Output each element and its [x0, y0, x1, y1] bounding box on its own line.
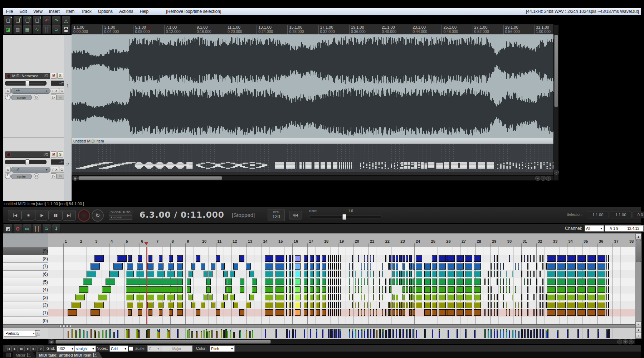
midi-note[interactable] — [240, 286, 244, 293]
midi-note[interactable] — [330, 263, 331, 270]
midi-note[interactable] — [402, 263, 405, 270]
zoom-out-icon[interactable]: − — [554, 170, 559, 175]
midi-note[interactable] — [606, 263, 607, 270]
midi-note[interactable] — [204, 294, 208, 300]
lock-icon[interactable] — [62, 25, 70, 34]
midi-note[interactable] — [328, 302, 329, 308]
midi-note[interactable] — [577, 271, 586, 277]
midi-note[interactable] — [177, 255, 183, 262]
midi-note[interactable] — [413, 294, 415, 300]
midi-note[interactable] — [328, 309, 329, 316]
midi-note[interactable] — [370, 309, 371, 316]
midi-note[interactable] — [94, 255, 104, 262]
midi-note[interactable] — [361, 271, 362, 277]
velocity-bar[interactable] — [223, 330, 225, 338]
midi-note[interactable] — [367, 279, 368, 285]
midi-note[interactable] — [352, 255, 353, 262]
midi-note[interactable] — [389, 255, 392, 262]
midi-note[interactable] — [409, 286, 412, 293]
repeat-button[interactable]: ↻ — [37, 345, 44, 352]
midi-note[interactable] — [465, 286, 472, 293]
midi-note[interactable] — [416, 302, 422, 308]
midi-note[interactable] — [448, 286, 455, 293]
velocity-bar[interactable] — [209, 331, 210, 338]
velocity-bar[interactable] — [159, 332, 160, 338]
midi-note[interactable] — [349, 263, 350, 270]
midi-note[interactable] — [289, 309, 291, 316]
midi-note[interactable] — [587, 255, 596, 262]
midi-note[interactable] — [340, 263, 341, 270]
goto-end-button[interactable]: ▶∣ — [62, 210, 76, 221]
event-properties-icon[interactable]: ▭ — [23, 224, 32, 233]
midi-note[interactable] — [503, 286, 504, 293]
piano-roll[interactable] — [48, 247, 635, 324]
midi-note[interactable] — [126, 294, 134, 300]
midi-note[interactable] — [330, 279, 331, 285]
midi-note[interactable] — [336, 286, 337, 293]
piano-key-row[interactable]: (7) — [3, 262, 50, 271]
velocity-bar[interactable] — [370, 330, 371, 338]
midi-note[interactable] — [432, 309, 437, 316]
midi-note[interactable] — [524, 255, 525, 262]
open-project-icon[interactable]: ❏➚ — [13, 16, 22, 25]
menu-help[interactable]: Help — [136, 9, 152, 14]
midi-note[interactable] — [338, 294, 339, 300]
velocity-bar[interactable] — [515, 332, 516, 338]
play-button[interactable]: ▶ — [11, 345, 18, 352]
undo-icon[interactable]: ↶ — [42, 16, 51, 25]
arrange-vscroll-thumb[interactable] — [554, 35, 558, 107]
midi-note[interactable] — [295, 263, 301, 270]
midi-note[interactable] — [334, 302, 335, 308]
midi-note[interactable] — [316, 255, 320, 262]
midi-note[interactable] — [289, 263, 291, 270]
midi-note[interactable] — [295, 255, 301, 262]
velocity-bar[interactable] — [252, 332, 253, 338]
midi-note[interactable] — [439, 302, 446, 308]
midi-note[interactable] — [542, 263, 543, 270]
midi-note[interactable] — [536, 279, 537, 285]
scroll-up-icon[interactable]: ▲ — [635, 234, 641, 240]
midi-note[interactable] — [448, 294, 455, 300]
midi-note[interactable] — [606, 279, 607, 285]
midi-note[interactable] — [406, 279, 409, 285]
velocity-bar[interactable] — [68, 331, 69, 338]
midi-note[interactable] — [424, 279, 431, 285]
midi-note[interactable] — [338, 286, 339, 293]
midi-note[interactable] — [373, 271, 374, 277]
midi-note[interactable] — [457, 263, 464, 270]
midi-note[interactable] — [355, 279, 356, 285]
midi-note[interactable] — [494, 271, 495, 277]
midi-note[interactable] — [465, 309, 472, 316]
midi-note[interactable] — [304, 279, 308, 285]
midi-note[interactable] — [196, 309, 200, 316]
midi-note[interactable] — [521, 309, 522, 316]
midi-note[interactable] — [249, 294, 254, 300]
track1-solo-button[interactable]: S — [57, 73, 63, 79]
midi-note[interactable] — [402, 302, 405, 308]
midi-note[interactable] — [491, 286, 492, 293]
midi-note[interactable] — [349, 309, 350, 316]
midi-note[interactable] — [392, 294, 395, 300]
midi-note[interactable] — [488, 309, 489, 316]
midi-note[interactable] — [87, 271, 96, 277]
track1-monitor-button[interactable]: ▷ — [51, 95, 57, 100]
grid-icon[interactable]: ││ — [33, 224, 42, 233]
midi-note[interactable] — [457, 271, 464, 277]
midi-note[interactable] — [413, 279, 415, 285]
rate-slider-thumb[interactable] — [342, 214, 346, 220]
midi-note[interactable] — [275, 271, 284, 277]
velocity-bar[interactable] — [491, 330, 492, 338]
grid-icon[interactable]: ││ — [42, 25, 51, 34]
midi-note[interactable] — [512, 271, 513, 277]
midi-note[interactable] — [606, 302, 607, 308]
midi-note[interactable] — [389, 302, 392, 308]
midi-note[interactable] — [275, 263, 284, 270]
midi-note[interactable] — [330, 302, 331, 308]
midi-note[interactable] — [367, 271, 368, 277]
velocity-bar[interactable] — [225, 329, 227, 338]
midi-note[interactable] — [334, 286, 335, 293]
midi-note[interactable] — [334, 309, 335, 316]
velocity-bar[interactable] — [75, 330, 77, 338]
velocity-bar[interactable] — [557, 332, 558, 338]
midi-note[interactable] — [328, 286, 329, 293]
